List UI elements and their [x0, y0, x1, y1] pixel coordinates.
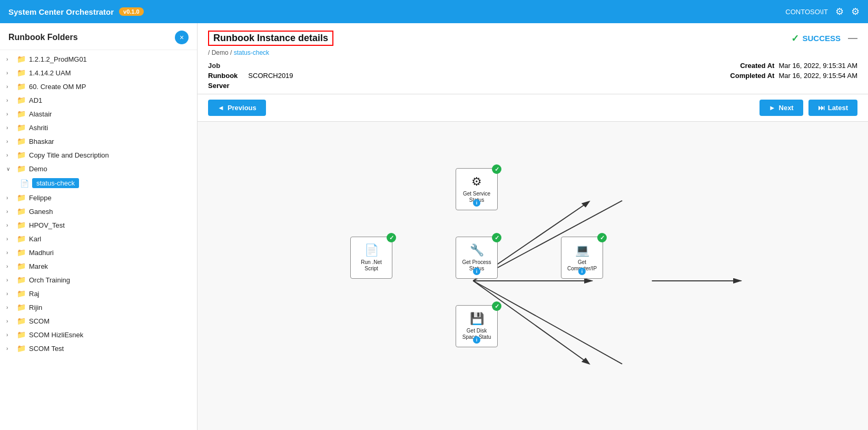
chevron-right-icon: › [6, 263, 13, 269]
sidebar: Runbook Folders × › 📁 1.2.1.2_ProdMG01 ›… [0, 23, 198, 430]
sidebar-item-marek[interactable]: › 📁 Marek [0, 259, 197, 273]
nav-right-buttons: ► Next ⏭ Latest [760, 100, 857, 116]
gear-icon[interactable]: ⚙ [851, 6, 860, 17]
sidebar-item-label: Rijin [29, 304, 42, 311]
sidebar-item-raj[interactable]: › 📁 Raj [0, 287, 197, 300]
settings-icon[interactable]: ⚙ [835, 6, 844, 17]
sidebar-item-60[interactable]: › 📁 60. Create OM MP [0, 80, 197, 93]
sidebar-item-label: 1.4.14.2 UAM [29, 69, 71, 77]
sidebar-item-scomtest[interactable]: › 📁 SCOM Test [0, 341, 197, 355]
chevron-down-icon: ∨ [6, 166, 13, 172]
folder-icon: 📁 [17, 289, 26, 298]
sidebar-item-ganesh[interactable]: › 📁 Ganesh [0, 204, 197, 218]
sidebar-item-label: Ganesh [29, 208, 53, 216]
folder-icon: 📁 [17, 262, 26, 270]
sidebar-item-scom[interactable]: › 📁 SCOM [0, 314, 197, 328]
created-at-row: Created At Mar 16, 2022, 9:15:31 AM [730, 62, 857, 70]
server-label: Server [208, 82, 229, 90]
folder-icon: 📁 [17, 221, 26, 229]
sidebar-item-label: Copy Title and Description [29, 151, 109, 159]
runbook-value: SCORCH2019 [248, 72, 293, 80]
sidebar-item-demo[interactable]: ∨ 📁 Demo [0, 162, 197, 175]
chevron-right-icon: › [6, 236, 13, 242]
sidebar-item-label: Felippe [29, 194, 52, 202]
chevron-right-icon: › [6, 318, 13, 324]
breadcrumb-status-check[interactable]: status-check [234, 49, 269, 56]
chevron-right-icon: › [6, 277, 13, 283]
folder-icon: 📁 [17, 164, 26, 173]
sidebar-item-label: SCOM [29, 317, 50, 325]
folder-icon: 📁 [17, 151, 26, 159]
info-icon: i [578, 268, 586, 275]
sidebar-item-label: Orch Training [29, 276, 70, 284]
node-get-service-status[interactable]: ✓ ⚙ Get ServiceStatus i [456, 168, 498, 210]
node-label: Run .NetScript [361, 259, 381, 272]
chevron-right-icon: › [6, 139, 13, 144]
previous-arrow-icon: ◄ [218, 104, 224, 112]
folder-icon: 📁 [17, 69, 26, 77]
runbook-row: Runbook SCORCH2019 [208, 72, 293, 80]
process-icon: 🔧 [470, 243, 484, 257]
sidebar-item-1414[interactable]: › 📁 1.4.14.2 UAM [0, 66, 197, 80]
previous-label: Previous [228, 104, 257, 112]
latest-label: Latest [828, 104, 848, 112]
sidebar-item-rijin[interactable]: › 📁 Rijin [0, 300, 197, 314]
sidebar-item-ashriti[interactable]: › 📁 Ashriti [0, 121, 197, 134]
meta-left: Job Runbook SCORCH2019 Server [208, 62, 293, 90]
chevron-right-icon: › [6, 305, 13, 310]
diagram-area: ✓ 📄 Run .NetScript ✓ ⚙ Get ServiceStatus… [198, 122, 868, 430]
folder-icon: 📁 [17, 96, 26, 104]
next-button[interactable]: ► Next [760, 100, 803, 116]
sidebar-item-karl[interactable]: › 📁 Karl [0, 232, 197, 246]
completed-at-value: Mar 16, 2022, 9:15:54 AM [778, 72, 857, 80]
check-icon: ✓ [791, 33, 799, 44]
disk-icon: 💾 [470, 312, 484, 326]
chevron-right-icon: › [6, 152, 13, 158]
folder-icon: 📁 [17, 344, 26, 353]
sidebar-item-bhaskar[interactable]: › 📁 Bhaskar [0, 134, 197, 148]
chevron-right-icon: › [6, 56, 13, 62]
chevron-right-icon: › [6, 125, 13, 131]
sidebar-item-label: 60. Create OM MP [29, 83, 86, 91]
sidebar-item-scomhizli[interactable]: › 📁 SCOM HizliEsnek [0, 328, 197, 341]
folder-icon: 📁 [17, 55, 26, 63]
sidebar-item-status-check[interactable]: 📄 status-check [0, 175, 197, 191]
main-layout: Runbook Folders × › 📁 1.2.1.2_ProdMG01 ›… [0, 23, 868, 430]
completed-at-label: Completed At [730, 72, 774, 80]
sidebar-item-orch[interactable]: › 📁 Orch Training [0, 273, 197, 287]
sidebar-item-alastair[interactable]: › 📁 Alastair [0, 107, 197, 121]
folder-icon: 📁 [17, 123, 26, 132]
sidebar-item-hpov[interactable]: › 📁 HPOV_Test [0, 218, 197, 232]
sidebar-item-label: Bhaskar [29, 138, 54, 145]
sidebar-close-button[interactable]: × [175, 31, 189, 44]
sidebar-item-label: Demo [29, 165, 47, 173]
node-get-process-status[interactable]: ✓ 🔧 Get ProcessStatus i [456, 237, 498, 279]
content-area: Runbook Instance details ✓ SUCCESS — / D… [198, 23, 868, 430]
sidebar-item-label: 1.2.1.2_ProdMG01 [29, 55, 87, 63]
previous-button[interactable]: ◄ Previous [208, 100, 266, 116]
folder-icon: 📁 [17, 137, 26, 145]
chevron-right-icon: › [6, 250, 13, 256]
sidebar-item-felippe[interactable]: › 📁 Felippe [0, 191, 197, 204]
node-get-disk-space[interactable]: ✓ 💾 Get DiskSpace Statu i [456, 305, 498, 347]
sidebar-item-label: Marek [29, 262, 48, 270]
node-run-net-script[interactable]: ✓ 📄 Run .NetScript [350, 237, 392, 279]
node-get-computer-ip[interactable]: ✓ 💻 GetComputer/IP i [561, 237, 603, 279]
folder-icon: 📁 [17, 330, 26, 339]
success-check-icon: ✓ [387, 233, 396, 242]
sidebar-item-1212[interactable]: › 📁 1.2.1.2_ProdMG01 [0, 52, 197, 66]
sidebar-header: Runbook Folders × [0, 23, 197, 50]
next-label: Next [779, 104, 794, 112]
diagram-connections [198, 122, 868, 430]
app-title: System Center Orchestrator [8, 7, 114, 16]
latest-button[interactable]: ⏭ Latest [808, 100, 857, 116]
chevron-right-icon: › [6, 97, 13, 103]
sidebar-item-madhuri[interactable]: › 📁 Madhuri [0, 246, 197, 259]
sidebar-item-copytitle[interactable]: › 📁 Copy Title and Description [0, 148, 197, 162]
header-left: System Center Orchestrator v0.1.0 [8, 7, 144, 16]
folder-icon: 📁 [17, 193, 26, 202]
sidebar-item-ad1[interactable]: › 📁 AD1 [0, 93, 197, 107]
next-arrow-icon: ► [769, 104, 776, 112]
chevron-right-icon: › [6, 346, 13, 351]
folder-icon: 📁 [17, 82, 26, 91]
